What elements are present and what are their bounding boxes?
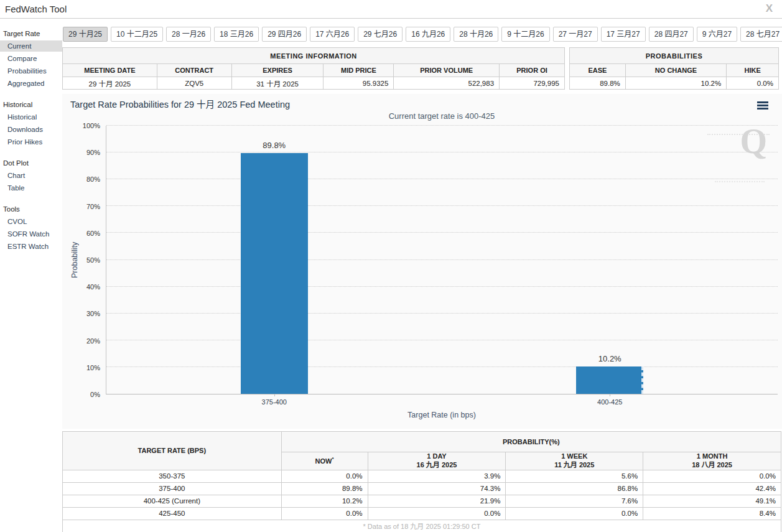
column-header: MEETING DATE bbox=[63, 64, 157, 77]
one-day-probability-cell: 21.9% bbox=[368, 495, 506, 507]
tab-meeting-date[interactable]: 28 七月27 bbox=[740, 27, 782, 42]
now-probability-cell: 89.8% bbox=[281, 482, 368, 495]
rate-range-cell: 350-375 bbox=[63, 470, 282, 482]
probability-pct-header: PROBABILITY(%) bbox=[281, 432, 781, 452]
main-content: 29 十月25 10 十二月25 28 一月26 18 三月26 29 四月26… bbox=[62, 19, 782, 532]
sidebar-item-probabilities[interactable]: Probabilities bbox=[0, 65, 62, 77]
tab-meeting-date[interactable]: 16 九月26 bbox=[406, 27, 450, 42]
y-tick-label: 20% bbox=[59, 337, 100, 345]
y-tick-label: 30% bbox=[59, 310, 100, 317]
rate-range-cell: 375-400 bbox=[63, 482, 282, 495]
sidebar-section-historical: Historical bbox=[0, 99, 62, 110]
tab-meeting-date[interactable]: 29 四月26 bbox=[262, 27, 307, 42]
window-titlebar: FedWatch Tool X bbox=[0, 0, 782, 19]
tab-meeting-date[interactable]: 17 六月26 bbox=[310, 27, 355, 42]
gridline bbox=[106, 313, 778, 314]
meeting-information-title: MEETING INFORMATION bbox=[63, 48, 565, 64]
tab-meeting-date[interactable]: 9 六月27 bbox=[697, 27, 737, 42]
tab-meeting-date[interactable]: 17 三月27 bbox=[601, 27, 646, 42]
sidebar-item-table[interactable]: Table bbox=[0, 182, 62, 194]
one-week-probability-cell: 5.6% bbox=[506, 470, 643, 482]
footnote-row: * Data as of 18 九月 2025 01:29:50 CT bbox=[63, 520, 781, 532]
y-tick-label: 70% bbox=[59, 203, 100, 210]
info-tables-row: MEETING INFORMATION MEETING DATE CONTRAC… bbox=[62, 47, 782, 90]
tab-meeting-date[interactable]: 10 十二月25 bbox=[111, 27, 163, 42]
tab-meeting-date[interactable]: 18 三月26 bbox=[214, 27, 259, 42]
column-header: EXPIRES bbox=[231, 64, 324, 77]
target-rate-bps-header: TARGET RATE (BPS) bbox=[63, 432, 282, 470]
hike-value: 0.0% bbox=[727, 77, 779, 90]
page-title: FedWatch Tool bbox=[5, 4, 67, 14]
x-tick-label: 375-400 bbox=[262, 398, 287, 406]
now-column-header: NOW* bbox=[281, 452, 368, 470]
y-tick-label: 60% bbox=[59, 230, 100, 237]
sidebar-item-current[interactable]: Current bbox=[0, 40, 62, 52]
sidebar-item-cvol[interactable]: CVOL bbox=[0, 216, 62, 227]
probability-history-table: TARGET RATE (BPS) PROBABILITY(%) NOW* 1 … bbox=[62, 431, 781, 532]
one-month-probability-cell: 8.4% bbox=[643, 507, 781, 520]
tab-meeting-date[interactable]: 29 十月25 bbox=[63, 27, 108, 42]
sidebar-item-chart[interactable]: Chart bbox=[0, 170, 62, 181]
gridline bbox=[106, 125, 778, 126]
sidebar-section-tools: Tools bbox=[0, 203, 62, 215]
close-icon[interactable]: X bbox=[766, 2, 773, 15]
meeting-date-tabs: 29 十月25 10 十二月25 28 一月26 18 三月26 29 四月26… bbox=[63, 27, 782, 42]
one-day-probability-cell: 3.9% bbox=[368, 470, 506, 482]
sidebar-item-prior-hikes[interactable]: Prior Hikes bbox=[0, 136, 62, 147]
prior-oi-value: 729,995 bbox=[500, 77, 565, 90]
no-change-value: 10.2% bbox=[625, 77, 726, 90]
y-axis-labels: 0%10%20%30%40%50%60%70%80%90%100% bbox=[62, 126, 103, 394]
y-tick-label: 90% bbox=[59, 149, 100, 156]
tab-meeting-date[interactable]: 28 一月26 bbox=[166, 27, 211, 42]
bar-value-label: 89.8% bbox=[263, 141, 286, 150]
tab-meeting-date[interactable]: 27 一月27 bbox=[553, 27, 598, 42]
ease-value: 89.8% bbox=[570, 77, 626, 90]
sidebar-section-target-rate: Target Rate bbox=[0, 28, 62, 39]
sidebar-item-estr-watch[interactable]: ESTR Watch bbox=[0, 241, 62, 252]
chart-title: Target Rate Probabilities for 29 十月 2025… bbox=[70, 97, 290, 110]
table-row: 375-400 89.8% 74.3% 86.8% 42.4% bbox=[63, 482, 781, 495]
sidebar-item-historical[interactable]: Historical bbox=[0, 111, 62, 123]
mid-price-value: 95.9325 bbox=[324, 77, 394, 90]
chart-plot: 89.8%375-40010.2%400-425 bbox=[106, 126, 778, 394]
one-week-probability-cell: 7.6% bbox=[506, 495, 643, 507]
table-row: 400-425 (Current) 10.2% 21.9% 7.6% 49.1% bbox=[63, 495, 781, 507]
meeting-date-value: 29 十月 2025 bbox=[63, 77, 157, 90]
column-header: MID PRICE bbox=[324, 64, 394, 77]
tab-meeting-date[interactable]: 9 十二月26 bbox=[501, 27, 549, 42]
sidebar-item-downloads[interactable]: Downloads bbox=[0, 124, 62, 135]
column-header: HIKE bbox=[727, 64, 779, 77]
menu-icon[interactable] bbox=[756, 99, 770, 112]
meeting-information-value-row: 29 十月 2025 ZQV5 31 十月 2025 95.9325 522,9… bbox=[63, 77, 565, 90]
column-header: NO CHANGE bbox=[625, 64, 726, 77]
chart-subtitle: Current target rate is 400-425 bbox=[106, 111, 778, 121]
sidebar-item-sofr-watch[interactable]: SOFR Watch bbox=[0, 228, 62, 240]
probabilities-title: PROBABILITIES bbox=[570, 48, 779, 64]
table-row: 350-375 0.0% 3.9% 5.6% 0.0% bbox=[63, 470, 781, 482]
contract-value: ZQV5 bbox=[157, 77, 231, 90]
column-header: EASE bbox=[570, 64, 626, 77]
one-month-probability-cell: 49.1% bbox=[643, 495, 781, 507]
x-axis-title: Target Rate (in bps) bbox=[106, 411, 778, 419]
gridline bbox=[106, 340, 778, 340]
gridline bbox=[106, 179, 778, 179]
now-probability-cell: 0.0% bbox=[281, 470, 368, 482]
one-month-probability-cell: 42.4% bbox=[643, 482, 781, 495]
chart-panel: Target Rate Probabilities for 29 十月 2025… bbox=[62, 94, 782, 429]
probability-bar bbox=[576, 366, 643, 394]
gridline bbox=[106, 205, 778, 206]
one-week-column-header: 1 WEEK11 九月 2025 bbox=[506, 452, 643, 470]
meeting-information-header-row: MEETING DATE CONTRACT EXPIRES MID PRICE … bbox=[63, 64, 565, 77]
tab-meeting-date[interactable]: 28 十月26 bbox=[454, 27, 498, 42]
now-probability-cell: 0.0% bbox=[281, 507, 368, 520]
tab-meeting-date[interactable]: 28 四月27 bbox=[649, 27, 694, 42]
y-tick-label: 40% bbox=[59, 283, 100, 291]
sidebar-item-aggregated[interactable]: Aggregated bbox=[0, 78, 62, 89]
tab-meeting-date[interactable]: 29 七月26 bbox=[358, 27, 403, 42]
x-tick-label: 400-425 bbox=[597, 398, 622, 406]
sidebar-item-compare[interactable]: Compare bbox=[0, 53, 62, 64]
probability-history-section: TARGET RATE (BPS) PROBABILITY(%) NOW* 1 … bbox=[62, 431, 782, 532]
probabilities-value-row: 89.8% 10.2% 0.0% bbox=[570, 77, 779, 90]
meeting-information-table: MEETING INFORMATION MEETING DATE CONTRAC… bbox=[62, 47, 565, 90]
one-day-column-header: 1 DAY16 九月 2025 bbox=[368, 452, 506, 470]
